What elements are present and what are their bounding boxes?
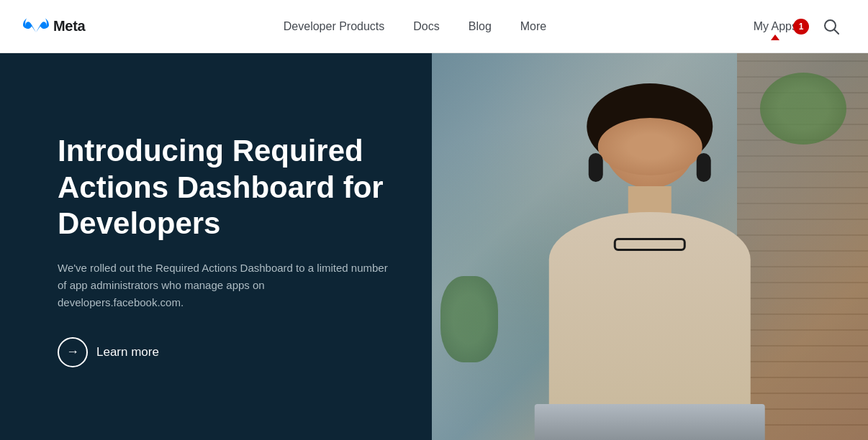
notification-arrow <box>771 35 779 40</box>
glasses-shape <box>614 238 686 251</box>
nav-more[interactable]: More <box>509 14 558 39</box>
learn-more-label: Learn more <box>96 345 159 359</box>
headphone-left <box>589 153 603 182</box>
header: Meta Developer Products Docs Blog More M… <box>0 0 868 53</box>
hero-description: We've rolled out the Required Actions Da… <box>58 260 389 311</box>
meta-logo-link[interactable]: Meta <box>23 17 85 36</box>
meta-logo: Meta <box>23 17 85 36</box>
search-button[interactable] <box>818 13 845 40</box>
main-content: Introducing Required Actions Dashboard f… <box>0 53 868 440</box>
hero-image-panel <box>432 53 868 440</box>
hero-image-background <box>432 53 868 440</box>
notification-badge: 1 <box>793 19 809 35</box>
person-figure <box>487 73 814 440</box>
hair-shape <box>587 83 713 170</box>
svg-line-1 <box>835 29 839 34</box>
svg-point-0 <box>825 20 836 31</box>
meta-wordmark: Meta <box>53 18 85 35</box>
arrow-icon: → <box>66 344 79 359</box>
learn-more-button[interactable]: → Learn more <box>58 337 159 367</box>
nav-developer-products[interactable]: Developer Products <box>272 14 397 39</box>
laptop-shape <box>535 404 765 440</box>
my-apps-container: My Apps 1 <box>745 20 806 33</box>
headphone-right <box>697 153 711 182</box>
search-icon <box>823 19 839 35</box>
header-right: My Apps 1 <box>745 13 845 40</box>
nav-docs[interactable]: Docs <box>402 14 451 39</box>
meta-logo-icon <box>23 17 49 36</box>
arrow-circle-icon: → <box>58 337 88 367</box>
hero-title: Introducing Required Actions Dashboard f… <box>58 133 389 242</box>
hero-left-panel: Introducing Required Actions Dashboard f… <box>0 53 432 440</box>
nav-blog[interactable]: Blog <box>457 14 503 39</box>
main-nav: Developer Products Docs Blog More <box>85 14 744 39</box>
